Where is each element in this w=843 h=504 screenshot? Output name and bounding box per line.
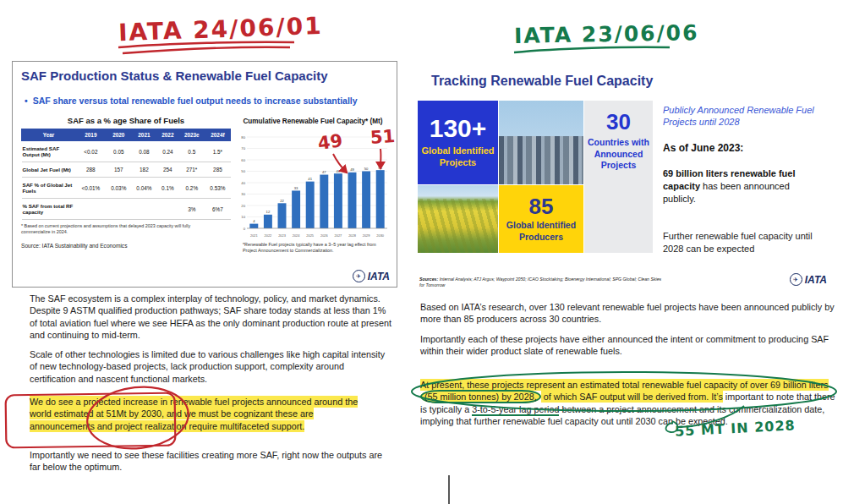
- right-paragraph-annotated: At present, these projects represent an …: [420, 379, 836, 427]
- table-row: SAF % of Global Jet Fuels<0.01%0.03%0.04…: [22, 178, 231, 199]
- left-slide: SAF Production Status & Renewable Fuel C…: [12, 61, 397, 288]
- bar: [320, 175, 328, 228]
- x-tick-label: 2027: [335, 233, 342, 238]
- table-cell: [106, 199, 131, 220]
- table-cell: 271*: [178, 162, 205, 178]
- table-row: Estimated SAF Output (Mt)<0.020.050.080.…: [22, 141, 231, 162]
- left-slide-title: SAF Production Status & Renewable Fuel C…: [21, 68, 388, 83]
- right-slide-title: Tracking Renewable Fuel Capacity: [418, 63, 834, 89]
- left-paragraph-1: The SAF ecosystem is a complex interplay…: [30, 293, 391, 341]
- highlighted-text: of which SAF output will be derived from…: [541, 391, 723, 403]
- table-cell: 285: [205, 162, 230, 178]
- table-col-header: 2021: [131, 129, 156, 141]
- x-tick-label: 2024: [293, 233, 300, 238]
- table-col-header: Year: [22, 129, 76, 141]
- table-col-header: 2020: [106, 129, 131, 141]
- table-cell: 0.24: [156, 141, 178, 162]
- bullet-dot-icon: •: [25, 96, 28, 106]
- stat-producers-label: Global Identified Producers: [502, 220, 580, 242]
- iata-logo-text: IATA: [368, 271, 390, 282]
- x-tick-label: 2030: [376, 233, 384, 238]
- bar: [348, 173, 357, 228]
- table-cell: 288: [76, 162, 107, 178]
- row-label: Estimated SAF Output (Mt): [22, 141, 76, 162]
- bar: [306, 182, 315, 228]
- farm-field-photo: [418, 185, 498, 253]
- bar: [334, 173, 342, 228]
- x-tick-label: 2026: [320, 233, 328, 238]
- table-cell: 0.08: [131, 141, 156, 162]
- bar-value-label: 12: [266, 210, 271, 214]
- table-row: Global Jet Fuel (Mt)288157182254271*285: [22, 162, 231, 178]
- saf-table-column: SAF as a % age Share of Fuels Year201920…: [21, 116, 231, 249]
- saf-table-caption: SAF as a % age Share of Fuels: [21, 116, 231, 125]
- city-aerial-photo: [499, 101, 583, 184]
- table-cell: 6%7: [205, 199, 230, 220]
- iata-logo-icon: ✈: [790, 273, 802, 286]
- stat-projects-value: 130+: [430, 116, 487, 141]
- left-paragraph-highlighted: We do see a projected increase in renewa…: [30, 396, 368, 432]
- table-cell: 0.2%: [178, 178, 205, 199]
- row-label: SAF % of Global Jet Fuels: [22, 178, 76, 199]
- kicker-text: Publicly Announced Renewable Fuel Projec…: [663, 104, 830, 129]
- saf-table-source: Source: IATA Sustainability and Economic…: [21, 243, 231, 249]
- x-tick-label: 2023: [278, 233, 286, 238]
- iata-logo-icon: ✈: [353, 270, 365, 282]
- iata-logo: ✈ IATA: [353, 270, 390, 282]
- bar-value-label: 41: [308, 177, 312, 181]
- y-tick-label: 10: [241, 215, 245, 219]
- green-underlined-text: 3-to-5-year lag period: [472, 404, 559, 416]
- bar: [362, 172, 370, 229]
- bar: [278, 203, 287, 228]
- table-cell: 0.03%: [106, 178, 131, 199]
- bar-value-label: 48: [337, 169, 341, 173]
- y-tick-label: 80: [241, 135, 245, 140]
- bird-icon: ✈: [793, 277, 798, 282]
- x-tick-label: 2025: [306, 233, 314, 238]
- row-label: Global Jet Fuel (Mt): [22, 162, 76, 178]
- y-tick-label: 70: [241, 146, 245, 151]
- x-tick-label: 2028: [348, 233, 356, 238]
- table-cell: 0.53%: [205, 178, 230, 199]
- x-tick-label: 2022: [265, 233, 272, 238]
- right-paragraph-2: Importantly each of these projects have …: [420, 333, 836, 358]
- green-underline: [514, 47, 670, 52]
- table-col-header: 2023e: [178, 129, 205, 141]
- y-tick-label: 0: [244, 227, 246, 231]
- bar: [264, 215, 272, 228]
- table-cell: <0.01%: [76, 178, 107, 199]
- stat-projects-label: Global Identified Projects: [421, 145, 495, 169]
- capacity-bar-chart: 0102030405060708042021122022222023332024…: [236, 129, 390, 240]
- bar: [292, 190, 300, 228]
- left-slide-bullet-text: SAF share versus total renewable fuel ou…: [33, 96, 358, 106]
- bar-value-label: 22: [280, 199, 284, 203]
- bar-value-label: 50: [364, 167, 369, 171]
- table-cell: [76, 199, 107, 220]
- table-col-header: 2019: [76, 129, 107, 141]
- right-slide-sidebar: Publicly Announced Renewable Fuel Projec…: [663, 104, 830, 256]
- table-cell: <0.02: [76, 141, 107, 162]
- bar-value-label: 4: [253, 219, 255, 223]
- bar-value-label: 33: [294, 186, 298, 190]
- table-cell: 0.5: [178, 141, 205, 162]
- capacity-fact: 69 billion liters renewable fuel capacit…: [663, 167, 817, 206]
- bar-value-label: 51: [378, 166, 382, 170]
- table-cell: 0.05: [106, 141, 131, 162]
- saf-table-footnote: * Based on current projections and assum…: [21, 223, 221, 235]
- table-cell: 1.5*: [205, 141, 230, 162]
- highlighted-text: At present, these projects represent an …: [420, 379, 829, 391]
- sources-line: Sources: Internal Analysis; ATJ Argus; W…: [419, 277, 665, 288]
- table-col-header: 2022: [156, 129, 178, 141]
- stat-producers-box: 85 Global Identified Producers: [499, 185, 583, 253]
- highlighted-text: We do see a projected increase in renewa…: [30, 396, 358, 432]
- red-underline: [123, 47, 290, 53]
- right-slide: Tracking Renewable Fuel Capacity 130+ Gl…: [418, 63, 834, 290]
- table-header-row: Year20192020202120222023e2024f: [22, 129, 231, 141]
- y-tick-label: 20: [241, 204, 245, 208]
- table-cell: 157: [106, 162, 131, 178]
- bar-value-label: 47: [322, 170, 326, 174]
- left-slide-columns: SAF as a % age Share of Fuels Year201920…: [21, 116, 388, 254]
- stat-grid: 130+ Global Identified Projects 30 Count…: [418, 101, 653, 253]
- stat-producers-value: 85: [529, 195, 554, 217]
- table-cell: 3%: [178, 199, 205, 220]
